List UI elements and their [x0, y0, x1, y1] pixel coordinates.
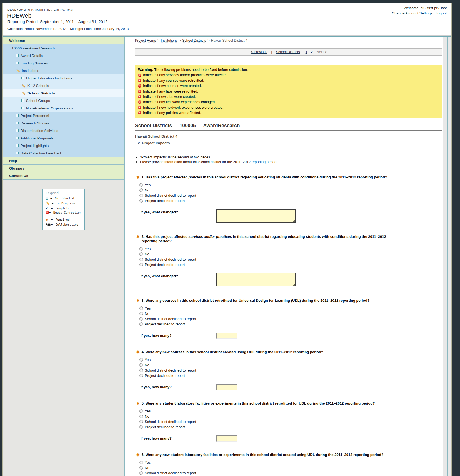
- sidebar-item-funding-sources[interactable]: Funding Sources: [3, 59, 124, 67]
- radio-group: YesNoSchool district declined to reportP…: [135, 358, 443, 377]
- question-heading: ✱ 3. Were any courses in this school dis…: [135, 298, 443, 303]
- radio-button-icon[interactable]: [139, 420, 143, 423]
- radio-button-icon[interactable]: [139, 322, 143, 326]
- q2-radio-school-district-declined-to-report[interactable]: School district declined to report: [139, 257, 443, 261]
- sidebar-item-label: Award Details: [21, 54, 43, 58]
- q3-radio-project-declined-to-report[interactable]: Project declined to report: [139, 322, 443, 326]
- followup-row: If yes, how many?: [135, 435, 443, 442]
- q3-how-many-input[interactable]: [216, 333, 238, 339]
- question-6: ✱ 6. Were any new student laboratory fac…: [135, 453, 443, 476]
- q1-radio-project-declined-to-report[interactable]: Project declined to report: [139, 199, 443, 203]
- q6-radio-no[interactable]: No: [139, 466, 443, 470]
- radio-button-icon[interactable]: [139, 363, 143, 367]
- sidebar-item-contact-us[interactable]: Contact Us: [3, 172, 124, 180]
- question-2: ✱ 2. Has this project affected services …: [135, 235, 443, 287]
- sidebar-item-school-districts[interactable]: School Districts: [3, 89, 124, 97]
- breadcrumb-project-home[interactable]: Project Home: [135, 39, 156, 43]
- sidebar-item-institutions[interactable]: Institutions: [3, 67, 124, 74]
- breadcrumb-separator: >: [179, 39, 181, 43]
- q1-radio-yes[interactable]: Yes: [139, 183, 443, 187]
- sidebar-item-research-studies[interactable]: Research Studies: [3, 119, 124, 127]
- radio-button-icon[interactable]: [139, 409, 143, 413]
- required-icon: ✱: [136, 235, 140, 243]
- q4-how-many-input[interactable]: [216, 384, 238, 390]
- q4-radio-school-district-declined-to-report[interactable]: School district declined to report: [139, 368, 443, 372]
- sidebar-item-additional-proposals[interactable]: Additional Proposals: [3, 134, 124, 142]
- q3-radio-school-district-declined-to-report[interactable]: School district declined to report: [139, 317, 443, 321]
- legend-equals: =: [51, 218, 56, 221]
- logout-link[interactable]: Logout: [436, 11, 447, 15]
- q4-radio-yes[interactable]: Yes: [139, 358, 443, 362]
- radio-button-icon[interactable]: [139, 425, 143, 429]
- sidebar-item-award-details[interactable]: Award Details: [3, 52, 124, 59]
- sidebar-item-project-personnel[interactable]: Project Personnel: [3, 112, 124, 119]
- q5-how-many-input[interactable]: [216, 435, 238, 442]
- sidebar-item-k-12-schools[interactable]: K-12 Schools: [3, 82, 124, 89]
- q4-radio-project-declined-to-report[interactable]: Project declined to report: [139, 373, 443, 377]
- radio-button-icon[interactable]: [139, 258, 143, 261]
- sidebar-item-dissemination-activities[interactable]: Dissemination Activities: [3, 127, 124, 134]
- sidebar-item-help[interactable]: Help: [3, 157, 124, 165]
- q1-radio-no[interactable]: No: [139, 188, 443, 192]
- radio-button-icon[interactable]: [139, 252, 143, 256]
- radio-button-icon[interactable]: [139, 358, 143, 362]
- page-number-1[interactable]: 1: [306, 50, 308, 54]
- pagination-group-link[interactable]: School Districts: [276, 50, 300, 54]
- q5-radio-project-declined-to-report[interactable]: Project declined to report: [139, 425, 443, 429]
- previous-page-link[interactable]: < Previous: [251, 50, 267, 54]
- q1-radio-school-district-declined-to-report[interactable]: School district declined to report: [139, 193, 443, 197]
- radio-button-icon[interactable]: [139, 194, 143, 197]
- radio-option-label: No: [145, 252, 149, 256]
- sidebar-item-non-academic-organizations[interactable]: Non-Academic Organizations: [3, 104, 124, 112]
- q5-radio-school-district-declined-to-report[interactable]: School district declined to report: [139, 420, 443, 423]
- q2-radio-no[interactable]: No: [139, 252, 443, 256]
- radio-button-icon[interactable]: [139, 263, 143, 266]
- sidebar-item-glossary[interactable]: Glossary: [3, 165, 124, 172]
- radio-button-icon[interactable]: [139, 466, 143, 470]
- radio-button-icon[interactable]: [139, 461, 143, 464]
- warning-item-text: Indicate if any policies were affected.: [143, 111, 201, 115]
- q4-radio-no[interactable]: No: [139, 363, 443, 367]
- q6-radio-school-district-declined-to-report[interactable]: School district declined to report: [139, 471, 443, 475]
- not-started-square-icon: [16, 129, 19, 132]
- q6-radio-yes[interactable]: Yes: [139, 460, 443, 464]
- radio-button-icon[interactable]: [139, 374, 143, 377]
- sidebar-item-project-highlights[interactable]: Project Highlights: [3, 142, 124, 149]
- sidebar-item-label: Contact Us: [9, 174, 28, 178]
- q3-radio-no[interactable]: No: [139, 311, 443, 315]
- sidebar-item-higher-education-institutions[interactable]: Higher Education Institutions: [3, 74, 124, 82]
- q3-radio-yes[interactable]: Yes: [139, 306, 443, 310]
- radio-option-label: School district declined to report: [145, 317, 196, 321]
- q2-radio-yes[interactable]: Yes: [139, 247, 443, 251]
- legend-equals: =: [52, 201, 56, 205]
- radio-button-icon[interactable]: [139, 317, 143, 321]
- sidebar-item-data-collection-feedback[interactable]: Data Collection Feedback: [3, 149, 124, 157]
- radio-option-label: Project declined to report: [145, 263, 185, 267]
- radio-button-icon[interactable]: [139, 306, 143, 310]
- q2-radio-project-declined-to-report[interactable]: Project declined to report: [139, 263, 443, 266]
- sidebar-item-100005-awardresearch[interactable]: 100005 — AwardResearch: [3, 44, 124, 52]
- q5-radio-no[interactable]: No: [139, 414, 443, 418]
- collaborative-people-icon: [46, 223, 51, 226]
- radio-button-icon[interactable]: [139, 312, 143, 315]
- radio-button-icon[interactable]: [139, 199, 143, 203]
- radio-button-icon[interactable]: [139, 247, 143, 251]
- sidebar-item-school-groups[interactable]: School Groups: [3, 97, 124, 104]
- radio-button-icon[interactable]: [139, 415, 143, 418]
- sidebar-item-welcome[interactable]: Welcome: [3, 37, 124, 44]
- breadcrumb-school-districts[interactable]: School Districts: [182, 39, 206, 43]
- q1-what-changed-textarea[interactable]: [216, 209, 296, 223]
- legend-label: Needs Correction: [53, 211, 81, 214]
- radio-button-icon[interactable]: [139, 183, 143, 187]
- radio-button-icon[interactable]: [139, 188, 143, 192]
- q2-what-changed-textarea[interactable]: [216, 273, 296, 286]
- error-icon: [138, 79, 141, 82]
- radio-button-icon[interactable]: [139, 368, 143, 372]
- change-account-settings-link[interactable]: Change Account Settings: [392, 11, 432, 15]
- breadcrumb-institutions[interactable]: Institutions: [161, 39, 178, 43]
- legend-label: Collaborative: [56, 223, 78, 226]
- q5-radio-yes[interactable]: Yes: [139, 409, 443, 413]
- legend-equals: =: [50, 196, 55, 200]
- legend-row: ✱=Required: [46, 218, 83, 221]
- radio-button-icon[interactable]: [139, 471, 143, 475]
